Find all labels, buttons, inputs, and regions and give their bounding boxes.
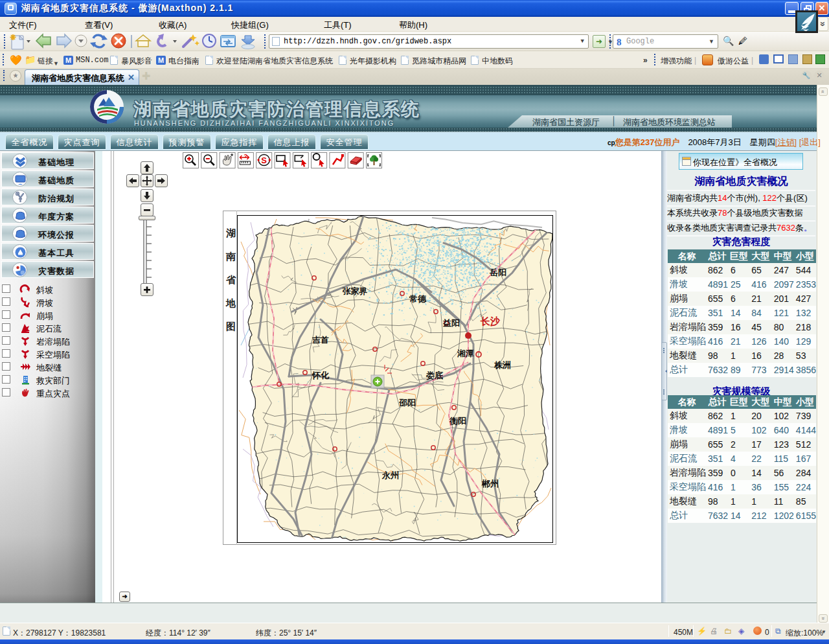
svg-text:衡阳: 衡阳 (449, 416, 466, 426)
svg-text:永州: 永州 (381, 470, 399, 480)
svg-text:湘潭: 湘潭 (457, 349, 474, 358)
svg-text:S: S (261, 155, 267, 165)
svg-text:郴州: 郴州 (481, 479, 499, 489)
svg-text:株洲: 株洲 (494, 360, 511, 370)
svg-text:益阳: 益阳 (442, 318, 460, 328)
svg-text:邵阳: 邵阳 (398, 398, 416, 408)
svg-text:张家界: 张家界 (343, 286, 368, 296)
svg-text:怀化: 怀化 (312, 371, 330, 380)
svg-text:吉首: 吉首 (312, 335, 329, 345)
svg-text:岳阳: 岳阳 (489, 268, 506, 277)
svg-text:娄底: 娄底 (426, 371, 443, 380)
svg-text:长沙: 长沙 (480, 316, 501, 327)
svg-text:常德: 常德 (409, 294, 427, 304)
svg-text:?: ? (244, 153, 247, 159)
